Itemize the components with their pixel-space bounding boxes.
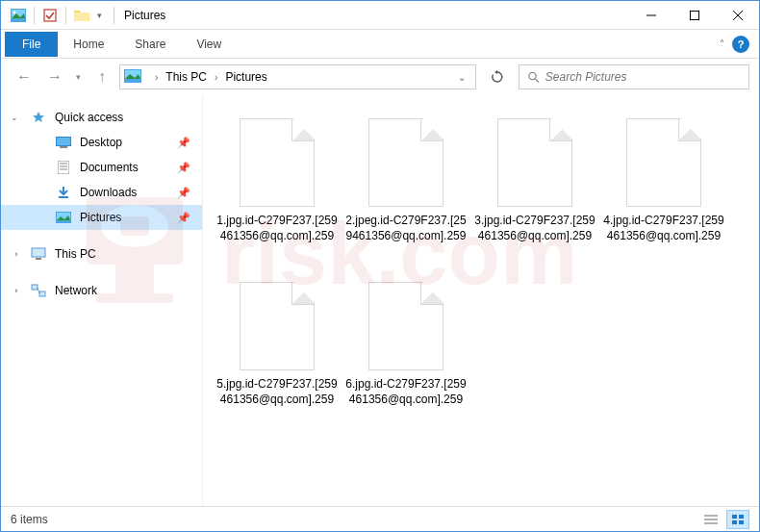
pin-icon: 📌 xyxy=(177,137,190,149)
address-bar[interactable]: › This PC › Pictures ⌄ xyxy=(119,64,476,89)
sidebar-item-label: Documents xyxy=(80,161,139,174)
location-icon xyxy=(124,69,141,85)
recent-locations-icon[interactable]: ▾ xyxy=(76,72,81,82)
tab-home[interactable]: Home xyxy=(58,32,119,57)
network-icon xyxy=(30,283,47,298)
sidebar-item-downloads[interactable]: Downloads 📌 xyxy=(1,180,202,205)
pictures-icon xyxy=(55,210,72,225)
expand-caret-icon[interactable]: ⌄ xyxy=(10,250,19,258)
svg-line-11 xyxy=(535,79,539,83)
sidebar-item-label: Pictures xyxy=(80,211,121,224)
expand-caret-icon[interactable]: ⌄ xyxy=(11,113,18,122)
maximize-button[interactable] xyxy=(672,1,716,29)
sidebar-network[interactable]: ⌄ Network xyxy=(1,278,202,303)
file-name: 2.jpeg.id-C279F237.[259461356@qq.com].25… xyxy=(345,213,467,243)
svg-rect-24 xyxy=(32,285,38,290)
file-name: 4.jpg.id-C279F237.[259461356@qq.com].259 xyxy=(603,213,724,243)
svg-rect-25 xyxy=(39,291,45,296)
up-button[interactable]: ↑ xyxy=(89,63,115,90)
address-dropdown-icon[interactable]: ⌄ xyxy=(458,72,466,83)
search-box[interactable] xyxy=(519,64,749,89)
file-name: 6.jpg.id-C279F237.[259461356@qq.com].259 xyxy=(345,376,467,407)
item-count: 6 items xyxy=(11,513,48,526)
file-item[interactable]: 6.jpg.id-C279F237.[259461356@qq.com].259 xyxy=(342,276,470,440)
svg-rect-33 xyxy=(739,520,744,524)
ribbon-collapse-icon[interactable]: ˄ xyxy=(720,38,724,49)
quick-access-toolbar: ▾ xyxy=(9,6,118,25)
folder-icon[interactable] xyxy=(72,6,91,25)
details-view-button[interactable] xyxy=(699,510,722,529)
file-name: 5.jpg.id-C279F237.[259461356@qq.com].259 xyxy=(216,376,338,407)
file-thumbnail xyxy=(368,118,443,207)
forward-button[interactable]: → xyxy=(41,63,68,90)
sidebar-item-label: Desktop xyxy=(80,136,122,149)
svg-rect-23 xyxy=(36,258,41,260)
star-icon xyxy=(30,110,47,125)
svg-point-2 xyxy=(13,11,16,13)
tab-view[interactable]: View xyxy=(181,32,237,57)
svg-rect-22 xyxy=(32,248,45,257)
minimize-button[interactable] xyxy=(629,1,672,29)
svg-rect-5 xyxy=(690,11,698,19)
properties-icon[interactable] xyxy=(40,6,60,25)
breadcrumb-segment[interactable]: Pictures xyxy=(225,70,266,84)
sidebar-item-label: Network xyxy=(55,284,97,297)
svg-rect-31 xyxy=(739,515,744,519)
sidebar-item-label: This PC xyxy=(55,247,96,261)
navigation-bar: ← → ▾ ↑ › This PC › Pictures ⌄ xyxy=(1,59,759,95)
icons-view-button[interactable] xyxy=(726,510,749,529)
file-item[interactable]: 1.jpg.id-C279F237.[259461356@qq.com].259 xyxy=(213,113,342,276)
file-name: 1.jpg.id-C279F237.[259461356@qq.com].259 xyxy=(216,213,338,243)
search-input[interactable] xyxy=(545,70,741,84)
ribbon: File Home Share View ˄ ? xyxy=(1,30,759,59)
file-thumbnail xyxy=(240,282,315,370)
file-item[interactable]: 4.jpg.id-C279F237.[259461356@qq.com].259 xyxy=(599,113,728,276)
window-title: Pictures xyxy=(124,9,165,22)
svg-rect-3 xyxy=(44,10,56,21)
documents-icon xyxy=(55,160,72,175)
computer-icon xyxy=(30,246,47,262)
svg-rect-32 xyxy=(732,520,737,524)
svg-rect-15 xyxy=(58,161,69,174)
chevron-right-icon[interactable]: › xyxy=(155,72,158,83)
svg-rect-13 xyxy=(57,138,70,145)
content-area: ⌄ Quick access Desktop 📌 Documents 📌 Dow… xyxy=(1,95,759,506)
chevron-right-icon[interactable]: › xyxy=(215,72,217,83)
file-thumbnail xyxy=(368,282,443,370)
close-button[interactable] xyxy=(716,1,759,29)
file-thumbnail xyxy=(240,118,315,207)
app-icon xyxy=(9,6,28,25)
sidebar-item-label: Quick access xyxy=(55,111,123,124)
sidebar-item-documents[interactable]: Documents 📌 xyxy=(1,155,202,180)
pin-icon: 📌 xyxy=(177,212,190,224)
sidebar-item-desktop[interactable]: Desktop 📌 xyxy=(1,130,202,155)
expand-caret-icon[interactable]: ⌄ xyxy=(10,287,19,294)
sidebar-this-pc[interactable]: ⌄ This PC xyxy=(1,241,202,266)
file-item[interactable]: 5.jpg.id-C279F237.[259461356@qq.com].259 xyxy=(213,276,342,440)
titlebar: ▾ Pictures xyxy=(1,1,759,30)
sidebar-item-pictures[interactable]: Pictures 📌 xyxy=(1,205,202,230)
svg-point-10 xyxy=(529,72,536,79)
status-bar: 6 items xyxy=(1,506,759,531)
pin-icon: 📌 xyxy=(177,187,190,199)
qat-dropdown-icon[interactable]: ▾ xyxy=(97,11,102,20)
downloads-icon xyxy=(55,185,72,200)
navigation-pane: ⌄ Quick access Desktop 📌 Documents 📌 Dow… xyxy=(1,95,203,506)
back-button[interactable]: ← xyxy=(11,63,38,90)
file-list[interactable]: 1.jpg.id-C279F237.[259461356@qq.com].259… xyxy=(203,95,759,506)
refresh-button[interactable] xyxy=(484,65,511,89)
file-item[interactable]: 3.jpg.id-C279F237.[259461356@qq.com].259 xyxy=(470,113,599,276)
explorer-window: ▾ Pictures File Home Share View ˄ ? ← → … xyxy=(0,0,760,532)
breadcrumb-segment[interactable]: This PC xyxy=(165,70,207,84)
sidebar-item-label: Downloads xyxy=(80,186,137,199)
file-name: 3.jpg.id-C279F237.[259461356@qq.com].259 xyxy=(474,213,595,243)
file-thumbnail xyxy=(497,118,572,207)
help-icon[interactable]: ? xyxy=(732,36,749,53)
tab-share[interactable]: Share xyxy=(119,32,181,57)
pin-icon: 📌 xyxy=(177,162,190,174)
sidebar-quick-access[interactable]: ⌄ Quick access xyxy=(1,105,202,130)
file-tab[interactable]: File xyxy=(5,32,58,57)
file-thumbnail xyxy=(626,118,701,207)
svg-line-26 xyxy=(38,288,39,293)
file-item[interactable]: 2.jpeg.id-C279F237.[259461356@qq.com].25… xyxy=(342,113,470,276)
